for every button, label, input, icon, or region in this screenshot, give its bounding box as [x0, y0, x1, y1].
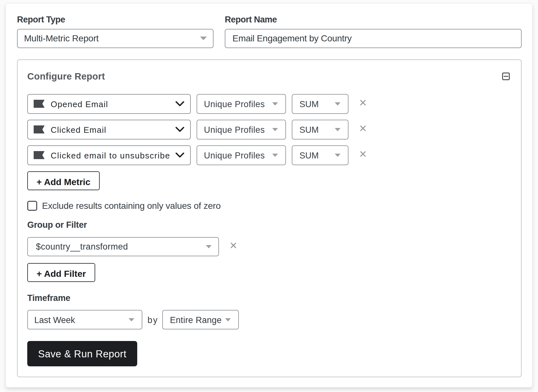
remove-metric-button[interactable]: [360, 125, 366, 131]
exclude-zero-label: Exclude results containing only values o…: [42, 201, 221, 211]
caret-down-icon: [129, 318, 134, 321]
metric-select[interactable]: Opened Email: [27, 94, 191, 114]
function-select[interactable]: SUM: [292, 94, 349, 114]
caret-down-icon: [206, 245, 212, 248]
configure-report-header: Configure Report: [27, 71, 510, 82]
metric-name: Clicked Email: [51, 125, 175, 135]
caret-down-icon: [272, 154, 278, 157]
caret-down-icon: [272, 128, 278, 131]
timeframe-select[interactable]: Last Week: [27, 310, 142, 329]
caret-down-icon: [225, 318, 231, 321]
function-select[interactable]: SUM: [292, 145, 349, 165]
exclude-zero-row: Exclude results containing only values o…: [27, 201, 510, 211]
report-type-value: Multi-Metric Report: [24, 33, 200, 44]
minus-square-icon: [502, 72, 510, 80]
function-select[interactable]: SUM: [292, 120, 349, 140]
timeframe-value: Last Week: [34, 315, 129, 325]
collapse-section-button[interactable]: [502, 72, 510, 80]
close-icon: [360, 100, 366, 106]
configure-report-card: Configure Report Opened Email Unique Pro…: [17, 59, 522, 377]
timeframe-granularity-select[interactable]: Entire Range: [162, 310, 239, 329]
caret-down-icon: [272, 102, 278, 106]
function-value: SUM: [299, 125, 335, 135]
report-name-input[interactable]: Email Engagement by Country: [225, 29, 522, 48]
aggregation-select[interactable]: Unique Profiles: [197, 145, 286, 165]
metric-row: Opened Email Unique Profiles SUM: [27, 94, 510, 114]
metric-select[interactable]: Clicked Email: [27, 120, 191, 140]
close-icon: [360, 151, 366, 157]
caret-down-icon: [335, 128, 340, 131]
report-type-label: Report Type: [17, 14, 214, 25]
metric-select[interactable]: Clicked email to unsubscribe: [27, 145, 191, 165]
function-value: SUM: [299, 99, 335, 109]
chevron-down-icon: [175, 152, 184, 158]
close-icon: [231, 243, 236, 248]
group-or-filter-row: $country__transformed: [27, 237, 510, 256]
report-type-field: Report Type Multi-Metric Report: [17, 14, 214, 48]
timeframe-label: Timeframe: [27, 293, 510, 303]
exclude-zero-checkbox[interactable]: [27, 201, 37, 211]
aggregation-value: Unique Profiles: [204, 99, 272, 109]
configure-report-title: Configure Report: [27, 71, 105, 82]
add-metric-button[interactable]: + Add Metric: [27, 171, 100, 190]
metric-flag-icon: [34, 151, 45, 159]
aggregation-value: Unique Profiles: [204, 125, 272, 135]
caret-down-icon: [335, 154, 340, 157]
group-or-filter-label: Group or Filter: [27, 220, 510, 230]
caret-down-icon: [335, 102, 340, 106]
metric-name: Opened Email: [51, 99, 175, 109]
metric-flag-icon: [34, 125, 45, 133]
group-or-filter-value: $country__transformed: [36, 242, 206, 252]
timeframe-by-label: by: [147, 315, 157, 325]
report-name-field: Report Name Email Engagement by Country: [225, 14, 522, 48]
chevron-down-icon: [175, 127, 184, 132]
function-value: SUM: [299, 151, 335, 161]
aggregation-value: Unique Profiles: [204, 151, 272, 161]
report-builder-card: Report Type Multi-Metric Report Report N…: [5, 3, 533, 388]
caret-down-icon: [200, 37, 207, 40]
group-or-filter-select[interactable]: $country__transformed: [27, 237, 219, 256]
remove-filter-button[interactable]: [231, 243, 236, 248]
metric-name: Clicked email to unsubscribe: [51, 151, 175, 161]
timeframe-row: Last Week by Entire Range: [27, 310, 510, 329]
remove-metric-button[interactable]: [360, 151, 366, 157]
save-run-report-button[interactable]: Save & Run Report: [27, 341, 137, 366]
chevron-down-icon: [175, 101, 184, 107]
metric-row: Clicked email to unsubscribe Unique Prof…: [27, 145, 510, 165]
close-icon: [360, 125, 366, 131]
add-filter-button[interactable]: + Add Filter: [27, 263, 95, 282]
timeframe-granularity-value: Entire Range: [170, 315, 225, 325]
aggregation-select[interactable]: Unique Profiles: [197, 120, 286, 140]
metric-flag-icon: [34, 100, 45, 108]
report-name-value: Email Engagement by Country: [232, 33, 515, 44]
report-type-select[interactable]: Multi-Metric Report: [17, 29, 214, 48]
metric-row: Clicked Email Unique Profiles SUM: [27, 120, 510, 140]
remove-metric-button[interactable]: [360, 100, 366, 106]
top-fields: Report Type Multi-Metric Report Report N…: [17, 14, 522, 48]
report-name-label: Report Name: [225, 14, 522, 25]
aggregation-select[interactable]: Unique Profiles: [197, 94, 286, 114]
